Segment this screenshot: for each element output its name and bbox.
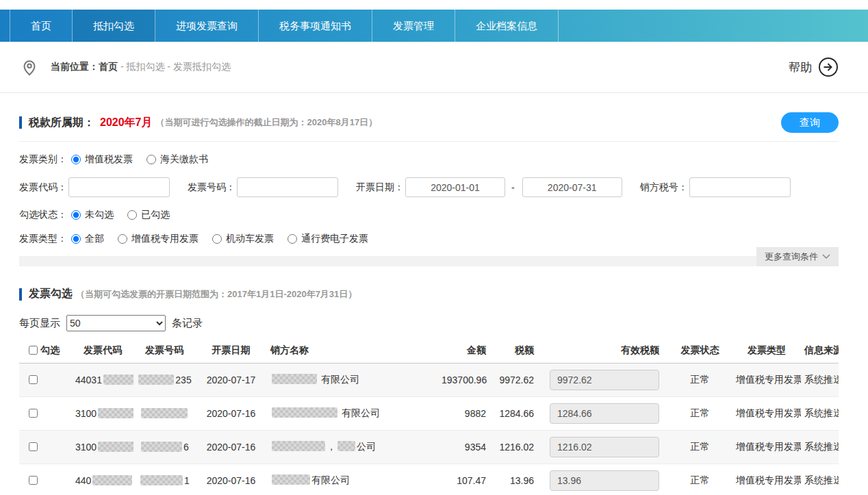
grid-body: 440312352020-07-17 有限公司193700.969972.62正…	[19, 363, 839, 495]
cell-amount: 193700.96	[438, 363, 489, 396]
cell-invoice-code: 3100	[72, 430, 133, 464]
invoice-type-radio[interactable]	[212, 234, 222, 244]
invoice-category-radio[interactable]	[71, 155, 81, 164]
cell-text: 3100	[75, 408, 97, 419]
invoice-type-option[interactable]: 增值税专用发票	[118, 233, 199, 245]
cell-info-source: 系统推送	[801, 396, 839, 430]
check-status-option[interactable]: 已勾选	[127, 209, 170, 221]
row-checkbox[interactable]	[29, 476, 38, 485]
nav-tab[interactable]: 进项发票查询	[155, 10, 259, 42]
nav-tabs: 首页抵扣勾选进项发票查询税务事项通知书发票管理企业档案信息	[10, 10, 559, 42]
date-to-input[interactable]	[522, 177, 622, 197]
effective-tax-input[interactable]	[550, 437, 659, 457]
seller-tax-no-input[interactable]	[689, 177, 791, 197]
radio-label: 通行费电子发票	[301, 233, 368, 245]
cell-invoice-number: 6	[133, 430, 195, 464]
row-checkbox[interactable]	[29, 442, 38, 451]
invoice-row: 310062020-07-16，公司93541216.02正常增值税专用发票系统…	[19, 430, 839, 464]
radio-label: 机动车发票	[226, 233, 274, 245]
type-options: 全部增值税专用发票机动车发票通行费电子发票	[71, 233, 368, 245]
main-nav: 首页抵扣勾选进项发票查询税务事项通知书发票管理企业档案信息	[0, 10, 868, 42]
radio-label: 增值税专用发票	[131, 233, 199, 245]
cell-invoice-type: 增值税专用发票	[732, 430, 801, 464]
cell-invoice-status: 正常	[667, 464, 732, 495]
filter-panel: 发票类别： 增值税发票海关缴款书 发票代码： 发票号码： 开票日期： -	[19, 153, 839, 266]
check-status-radio[interactable]	[71, 210, 81, 220]
redacted-text	[141, 408, 188, 418]
effective-tax-input[interactable]	[550, 470, 659, 491]
invoice-category-radio[interactable]	[146, 155, 156, 164]
grid-section-header: 发票勾选 （当期可勾选发票的开票日期范围为：2017年1月1日-2020年7月3…	[19, 287, 839, 301]
cell-invoice-status: 正常	[667, 363, 732, 396]
invoice-type-option[interactable]: 通行费电子发票	[288, 233, 368, 245]
row-checkbox[interactable]	[29, 375, 38, 384]
invoice-code-input[interactable]	[68, 177, 170, 197]
radio-label: 已勾选	[141, 209, 170, 221]
effective-tax-input[interactable]	[550, 403, 659, 424]
cell-seller-name: 有限公司	[267, 464, 438, 495]
cell-effective-tax	[537, 396, 667, 430]
cell-info-source: 系统推送	[801, 430, 839, 464]
status-label: 勾选状态：	[19, 209, 67, 221]
redacted-text	[272, 407, 337, 418]
cell-invoice-date: 2020-07-16	[195, 396, 267, 430]
check-status-radio[interactable]	[127, 210, 137, 220]
cell-effective-tax	[537, 430, 667, 464]
date-from-input[interactable]	[405, 177, 505, 197]
invoice-row: 44012020-07-16有限公司107.4713.96正常增值税专用发票系统…	[19, 464, 839, 495]
cell-text: 3100	[75, 442, 97, 453]
breadcrumb-prefix: 当前位置：	[51, 61, 99, 73]
section-accent-bar	[19, 116, 22, 129]
invoice-category-option[interactable]: 海关缴款书	[146, 153, 208, 166]
invoice-category-option[interactable]: 增值税发票	[71, 153, 133, 166]
cell-seller-name: ，公司	[267, 430, 438, 464]
nav-tab[interactable]: 发票管理	[372, 10, 455, 42]
column-header: 发票状态	[667, 338, 732, 363]
period-value: 2020年7月	[100, 116, 153, 130]
redacted-text	[272, 474, 310, 485]
breadcrumb-home[interactable]: 首页	[99, 61, 118, 73]
invoice-table-wrap: 勾选发票代码发票号码开票日期销方名称金额税额有效税额发票状态发票类型信息来源 4…	[19, 338, 839, 495]
column-header: 金额	[438, 338, 489, 363]
nav-tab[interactable]: 首页	[10, 10, 73, 42]
period-note: （当期可进行勾选操作的截止日期为：2020年8月17日）	[156, 116, 378, 129]
type-label: 发票类型：	[19, 233, 67, 245]
cell-text: 6	[183, 442, 189, 453]
invoice-table: 勾选发票代码发票号码开票日期销方名称金额税额有效税额发票状态发票类型信息来源 4…	[19, 338, 839, 495]
help-link[interactable]: 帮助	[789, 57, 839, 77]
help-label: 帮助	[789, 60, 812, 75]
invoice-number-input[interactable]	[237, 177, 338, 197]
invoice-number-group: 发票号码：	[188, 177, 338, 197]
invoice-type-option[interactable]: 全部	[71, 233, 104, 245]
page-size-select[interactable]: 50	[66, 315, 166, 331]
check-status-option[interactable]: 未勾选	[71, 209, 114, 221]
row-checkbox[interactable]	[29, 409, 38, 418]
column-header: 销方名称	[267, 338, 438, 363]
cell-tax: 1216.02	[489, 430, 537, 464]
cell-invoice-type: 增值税专用发票	[732, 464, 801, 495]
cell-select	[19, 363, 72, 396]
invoice-type-option[interactable]: 机动车发票	[212, 233, 274, 245]
nav-tab[interactable]: 抵扣勾选	[73, 10, 155, 42]
category-options: 增值税发票海关缴款书	[71, 153, 208, 166]
more-conditions-button[interactable]: 更多查询条件	[756, 247, 839, 266]
cell-effective-tax	[537, 464, 667, 495]
effective-tax-input[interactable]	[550, 370, 659, 390]
invoice-type-radio[interactable]	[118, 234, 127, 244]
cell-seller-name: 有限公司	[267, 396, 438, 430]
redacted-text	[272, 441, 325, 451]
period-section-header: 税款所属期： 2020年7月 （当期可进行勾选操作的截止日期为：2020年8月1…	[19, 112, 839, 142]
page-size-suffix: 条记录	[172, 317, 203, 330]
nav-tab[interactable]: 企业档案信息	[455, 10, 559, 42]
cell-invoice-type: 增值税专用发票	[732, 363, 801, 396]
invoice-type-radio[interactable]	[288, 234, 297, 244]
invoice-type-radio[interactable]	[71, 234, 81, 244]
query-button[interactable]: 查询	[781, 112, 839, 133]
cell-invoice-code: 440	[72, 464, 133, 495]
column-header: 勾选	[19, 338, 72, 363]
select-all-checkbox[interactable]	[29, 346, 38, 355]
column-header-label: 勾选	[40, 344, 60, 355]
nav-tab[interactable]: 税务事项通知书	[259, 10, 372, 42]
chevron-down-icon	[822, 254, 830, 259]
radio-label: 全部	[85, 233, 104, 245]
